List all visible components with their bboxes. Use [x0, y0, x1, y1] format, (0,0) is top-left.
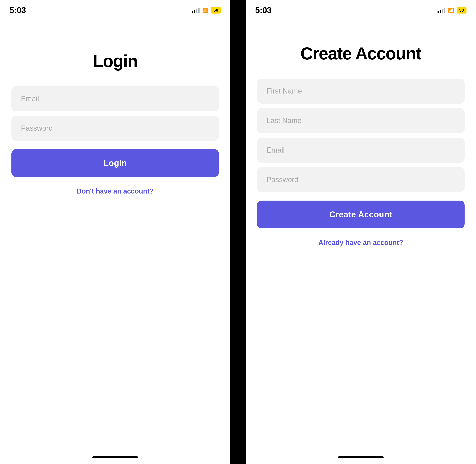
login-form: Login Don't have an account? — [11, 86, 219, 195]
last-name-input[interactable] — [257, 108, 465, 133]
battery-left: 50 — [211, 7, 221, 13]
signal-bar-4 — [198, 8, 200, 13]
status-time-right: 5:03 — [255, 6, 272, 15]
signal-bar-2 — [194, 10, 195, 13]
signal-bar-3 — [196, 9, 198, 13]
login-button[interactable]: Login — [11, 149, 219, 177]
status-time-left: 5:03 — [10, 6, 26, 15]
wifi-icon-right: 📶 — [448, 7, 454, 13]
home-bar-left — [92, 456, 138, 458]
create-password-input[interactable] — [257, 167, 465, 192]
login-screen: 5:03 📶 50 Login Login Don't have an acco… — [0, 0, 230, 464]
create-account-title: Create Account — [300, 44, 421, 63]
login-content: Login Login Don't have an account? — [0, 17, 230, 456]
status-bar-left: 5:03 📶 50 — [0, 0, 230, 17]
home-indicator-left — [0, 456, 230, 464]
signal-bar-r2 — [440, 10, 441, 13]
signup-link[interactable]: Don't have an account? — [11, 187, 219, 195]
status-icons-left: 📶 50 — [192, 7, 221, 13]
home-bar-right — [338, 456, 384, 458]
email-input[interactable] — [11, 86, 219, 111]
status-bar-right: 5:03 📶 50 — [246, 0, 476, 17]
login-title: Login — [93, 51, 138, 71]
create-account-button[interactable]: Create Account — [257, 201, 465, 228]
first-name-input[interactable] — [257, 79, 465, 104]
wifi-icon-left: 📶 — [202, 7, 208, 13]
signal-bar-r1 — [438, 11, 439, 13]
create-account-screen: 5:03 📶 50 Create Account Create Accoun — [246, 0, 476, 464]
signal-bars-right — [438, 8, 445, 13]
signal-bar-r4 — [444, 8, 445, 13]
create-content: Create Account Create Account Already ha… — [246, 17, 476, 456]
password-input[interactable] — [11, 116, 219, 141]
screen-divider — [230, 0, 246, 464]
login-link[interactable]: Already have an account? — [257, 239, 465, 247]
screens-container: 5:03 📶 50 Login Login Don't have an acco… — [0, 0, 476, 464]
status-icons-right: 📶 50 — [438, 7, 466, 13]
create-form: Create Account Already have an account? — [257, 79, 465, 247]
signal-bar-r3 — [442, 9, 443, 13]
signal-bars-left — [192, 8, 200, 13]
battery-right: 50 — [457, 7, 466, 13]
signal-bar-1 — [192, 11, 193, 13]
home-indicator-right — [246, 456, 476, 464]
create-email-input[interactable] — [257, 138, 465, 163]
